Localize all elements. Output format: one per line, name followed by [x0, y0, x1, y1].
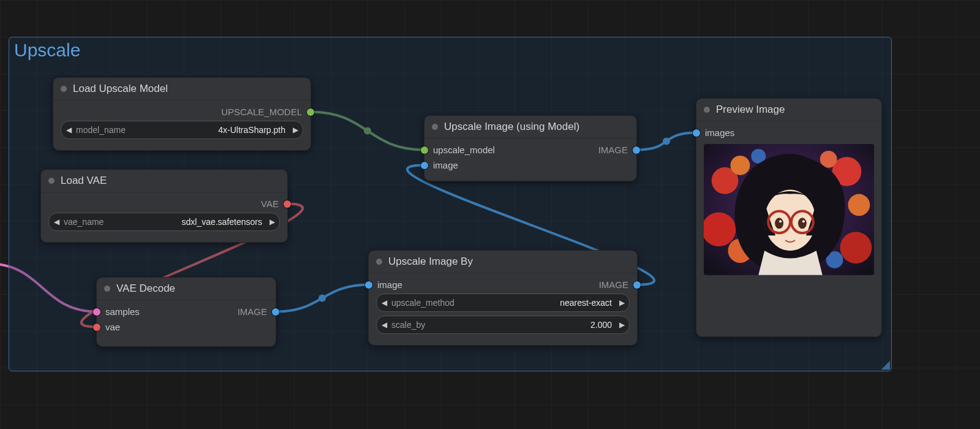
node-preview-image[interactable]: Preview Image images — [696, 98, 882, 337]
output-image[interactable]: IMAGE — [238, 306, 268, 317]
node-collapse-dot[interactable] — [432, 124, 438, 130]
svg-point-19 — [775, 218, 783, 229]
node-header[interactable]: VAE Decode — [97, 278, 276, 300]
node-collapse-dot[interactable] — [48, 178, 55, 184]
node-load-vae[interactable]: Load VAE VAE ◀ vae_name sdxl_vae.safeten… — [40, 169, 288, 243]
group-resize-handle[interactable] — [881, 361, 890, 370]
output-image[interactable]: IMAGE — [598, 145, 629, 155]
node-header[interactable]: Preview Image — [696, 99, 881, 121]
chevron-right-icon[interactable]: ▶ — [267, 218, 277, 226]
input-vae[interactable]: vae — [104, 322, 140, 332]
svg-point-20 — [798, 218, 807, 229]
node-header[interactable]: Upscale Image By — [369, 251, 637, 273]
node-title: Preview Image — [716, 104, 785, 116]
node-collapse-dot[interactable] — [104, 286, 110, 292]
node-upscale-image-using-model[interactable]: Upscale Image (using Model) upscale_mode… — [424, 115, 637, 181]
preview-image-thumbnail[interactable] — [704, 144, 874, 275]
input-image[interactable]: image — [376, 279, 402, 290]
node-title: Load VAE — [61, 175, 107, 187]
output-vae[interactable]: VAE — [261, 199, 280, 209]
input-image[interactable]: image — [432, 160, 495, 170]
chevron-right-icon[interactable]: ▶ — [290, 126, 300, 134]
node-title: VAE Decode — [116, 283, 175, 295]
node-upscale-image-by[interactable]: Upscale Image By image IMAGE ◀ upscale_m… — [368, 250, 638, 346]
node-header[interactable]: Load Upscale Model — [53, 78, 311, 101]
node-title: Load Upscale Model — [73, 83, 168, 95]
widget-model-name[interactable]: ◀ model_name 4x-UltraSharp.pth ▶ — [61, 121, 303, 139]
node-title: Upscale Image By — [388, 256, 473, 268]
input-images[interactable]: images — [704, 127, 734, 138]
node-load-upscale-model[interactable]: Load Upscale Model UPSCALE_MODEL ◀ model… — [53, 77, 311, 151]
svg-point-9 — [848, 194, 870, 216]
chevron-right-icon[interactable]: ▶ — [617, 298, 627, 307]
input-samples[interactable]: samples — [104, 306, 140, 317]
svg-point-10 — [840, 232, 872, 264]
chevron-left-icon[interactable]: ◀ — [51, 218, 61, 226]
widget-vae-name[interactable]: ◀ vae_name sdxl_vae.safetensors ▶ — [48, 213, 280, 231]
node-vae-decode[interactable]: VAE Decode samples vae IMAGE — [96, 277, 276, 347]
node-collapse-dot[interactable] — [61, 86, 67, 92]
node-header[interactable]: Load VAE — [41, 170, 287, 192]
group-title: Upscale — [14, 40, 80, 61]
chevron-left-icon[interactable]: ◀ — [379, 298, 389, 307]
output-image[interactable]: IMAGE — [599, 279, 630, 290]
svg-point-21 — [779, 220, 782, 222]
node-header[interactable]: Upscale Image (using Model) — [424, 116, 636, 139]
svg-point-5 — [731, 156, 750, 175]
chevron-left-icon[interactable]: ◀ — [379, 321, 389, 329]
chevron-right-icon[interactable]: ▶ — [617, 321, 627, 329]
node-collapse-dot[interactable] — [376, 259, 382, 265]
widget-upscale-method[interactable]: ◀ upscale_method nearest-exact ▶ — [376, 294, 630, 312]
svg-point-22 — [802, 220, 805, 222]
node-collapse-dot[interactable] — [704, 107, 710, 113]
output-upscale-model[interactable]: UPSCALE_MODEL — [221, 107, 303, 117]
widget-scale-by[interactable]: ◀ scale_by 2.000 ▶ — [376, 316, 630, 334]
node-title: Upscale Image (using Model) — [444, 121, 579, 133]
input-upscale-model[interactable]: upscale_model — [432, 145, 495, 155]
chevron-left-icon[interactable]: ◀ — [64, 126, 74, 134]
